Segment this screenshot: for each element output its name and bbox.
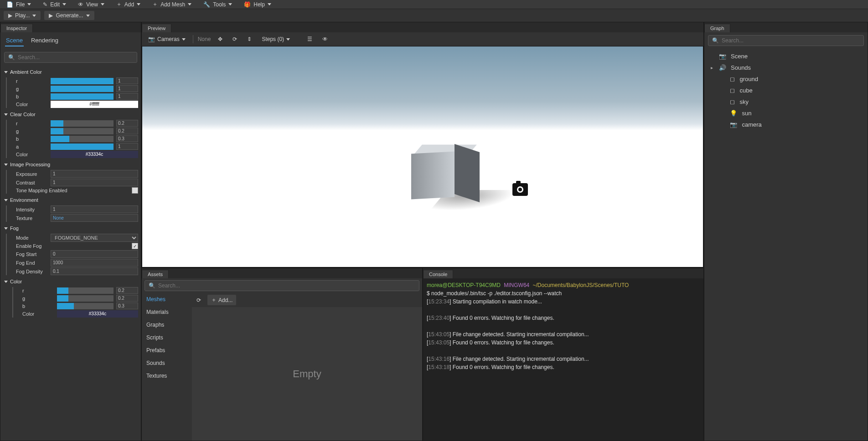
console-output[interactable]: morea@DESKTOP-T94C9MD MINGW64 ~/Document…	[423, 278, 703, 441]
chevron-down-icon	[86, 15, 90, 17]
contrast-field[interactable]: 1	[51, 179, 138, 186]
scale-gizmo[interactable]: ⇕	[244, 35, 254, 44]
cat-materials[interactable]: Materials	[142, 306, 192, 318]
value-g[interactable]: 1	[116, 85, 138, 92]
slider-r[interactable]	[51, 120, 114, 127]
value-a[interactable]: 1	[116, 143, 138, 150]
fog-end-field[interactable]: 1000	[51, 259, 138, 267]
graph-search[interactable]: 🔍	[708, 35, 864, 46]
fog-start-field[interactable]: 0	[51, 250, 138, 258]
slider-b[interactable]	[51, 93, 114, 100]
assets-search-input[interactable]	[158, 282, 415, 289]
menu-help[interactable]: 🎁Help	[240, 0, 275, 9]
graph-item-sky[interactable]: ◻sky	[708, 96, 864, 108]
inspector-search[interactable]: 🔍	[4, 52, 137, 63]
cat-meshes[interactable]: Meshes	[142, 293, 192, 306]
graph-item-sun[interactable]: 💡sun	[708, 108, 864, 119]
value-r[interactable]: 0.2	[116, 287, 138, 294]
value-b[interactable]: 1	[116, 93, 138, 100]
menu-add[interactable]: ＋Add	[113, 0, 144, 9]
assets-search[interactable]: 🔍	[145, 280, 419, 291]
subtab-scene[interactable]: Scene	[5, 35, 24, 46]
section-image-processing[interactable]: Image Processing	[3, 160, 138, 169]
graph-item-cube[interactable]: ◻cube	[708, 85, 864, 96]
inspector-body: Ambient Color r1 g1 b1 Color#ffffff Clea…	[0, 66, 141, 441]
section-ambient-color[interactable]: Ambient Color	[3, 67, 138, 77]
gizmo-none[interactable]: None	[198, 36, 211, 42]
slider-g[interactable]	[51, 86, 114, 92]
graph-item-camera[interactable]: 📷camera	[708, 119, 864, 130]
slider-r[interactable]	[51, 78, 114, 84]
fog-mode-select[interactable]: FOGMODE_NONE	[51, 234, 138, 242]
menu-edit[interactable]: ✎Edit	[39, 0, 70, 9]
move-gizmo[interactable]: ✥	[215, 35, 225, 44]
value-r[interactable]: 1	[116, 77, 138, 84]
graph-search-input[interactable]	[722, 37, 860, 44]
play-button[interactable]: ▶Play...	[4, 11, 41, 20]
generate-button[interactable]: ▶Generate...	[44, 11, 94, 20]
section-clear-color[interactable]: Clear Color	[3, 110, 138, 119]
cat-textures[interactable]: Textures	[142, 369, 192, 382]
slider-b[interactable]	[57, 303, 114, 309]
graph-tab[interactable]: Graph	[704, 24, 730, 32]
label-color: Color	[16, 152, 48, 157]
eye-icon[interactable]: 👁	[320, 35, 331, 44]
menu-file[interactable]: 📄File	[3, 0, 35, 9]
exposure-field[interactable]: 1	[51, 170, 138, 178]
cat-scripts[interactable]: Scripts	[142, 331, 192, 344]
scene-cube	[411, 144, 480, 203]
rotate-gizmo[interactable]: ⟳	[230, 35, 240, 44]
value-g[interactable]: 0.2	[116, 128, 138, 134]
menu-add-mesh[interactable]: ＋Add Mesh	[149, 0, 195, 9]
color-chip[interactable]: #33334c	[57, 310, 138, 318]
inspector-search-input[interactable]	[18, 54, 133, 61]
value-b[interactable]: 0.3	[116, 303, 138, 309]
hamburger-icon[interactable]: ☰	[305, 35, 315, 44]
graph-item-label: Sounds	[731, 64, 751, 71]
graph-item-sounds[interactable]: ▸🔊Sounds	[708, 62, 864, 73]
tone-checkbox[interactable]	[132, 187, 138, 194]
plus-icon: ＋	[211, 296, 217, 304]
enable-fog-checkbox[interactable]	[132, 243, 138, 249]
slider-a[interactable]	[51, 144, 114, 150]
color-chip[interactable]: #ffffff	[51, 101, 138, 108]
slider-b[interactable]	[51, 136, 114, 142]
inspector-tab[interactable]: Inspector	[0, 24, 33, 32]
value-g[interactable]: 0.2	[116, 295, 138, 302]
subtab-rendering[interactable]: Rendering	[30, 35, 59, 46]
value-b[interactable]: 0.3	[116, 135, 138, 142]
refresh-button[interactable]: ⟳	[194, 296, 204, 305]
graph-panel: Graph 🔍 📷Scene▸🔊Sounds ◻ground ◻cube ◻sk…	[704, 22, 868, 441]
cat-graphs[interactable]: Graphs	[142, 318, 192, 331]
slider-g[interactable]	[51, 128, 114, 134]
section-fog[interactable]: Fog	[3, 224, 138, 233]
add-asset-button[interactable]: ＋Add...	[207, 295, 236, 305]
menu-tools[interactable]: 🔧Tools	[200, 0, 236, 9]
slider-r[interactable]	[57, 287, 114, 294]
graph-item-scene[interactable]: 📷Scene	[708, 51, 864, 62]
menu-view[interactable]: 👁View	[74, 0, 108, 9]
section-fog-color[interactable]: Color	[3, 277, 138, 286]
label-g: g	[16, 86, 48, 92]
color-chip[interactable]: #33334c	[51, 151, 138, 158]
fog-density-field[interactable]: 0.1	[51, 267, 138, 275]
expand-icon: ▸	[711, 65, 714, 70]
eye-icon: 👁	[78, 1, 83, 8]
graph-item-ground[interactable]: ◻ground	[708, 73, 864, 85]
preview-tab[interactable]: Preview	[142, 24, 171, 32]
section-environment[interactable]: Environment	[3, 195, 138, 205]
cat-sounds[interactable]: Sounds	[142, 357, 192, 369]
console-tab[interactable]: Console	[423, 270, 453, 278]
value-r[interactable]: 0.2	[116, 120, 138, 127]
label-contrast: Contrast	[16, 180, 48, 185]
wrench-icon: 🔧	[203, 1, 210, 8]
cat-prefabs[interactable]: Prefabs	[142, 344, 192, 357]
section-title: Ambient Color	[10, 69, 42, 75]
assets-tab[interactable]: Assets	[142, 270, 169, 278]
texture-field[interactable]: None	[51, 214, 138, 222]
intensity-field[interactable]: 1	[51, 205, 138, 213]
cameras-dropdown[interactable]: 📷Cameras	[145, 35, 188, 44]
slider-g[interactable]	[57, 295, 114, 302]
steps-dropdown[interactable]: Steps (0)	[259, 35, 293, 44]
viewport[interactable]	[142, 46, 703, 267]
